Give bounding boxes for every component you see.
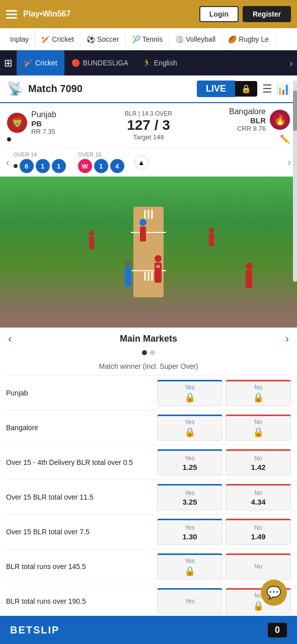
over14-balls: 6 1 1 [14, 159, 66, 173]
category-tabs: ⊞ 🏏 Cricket 🔴 BUNDESLIGA 🏃 English › [0, 50, 297, 75]
ball-1c: 1 [94, 159, 108, 173]
cricket-cat-icon: 🏏 [24, 59, 32, 67]
no-button[interactable]: No1.42 [226, 449, 291, 475]
dot-1 [142, 350, 147, 355]
yes-button[interactable]: Yes1.25 [157, 449, 222, 475]
away-team-abbr: BLR [229, 116, 266, 125]
market-name: Bangalore [6, 424, 157, 432]
yes-button[interactable]: Yes1.30 [157, 519, 222, 545]
markets-nav-left[interactable]: ‹ [8, 333, 12, 346]
market-row: BLR total runs over 145.5 Yes🔒 No [6, 549, 291, 584]
dot-indicator [7, 137, 11, 141]
market-name: Over 15 - 4th Delivery BLR total over 0.… [6, 458, 157, 466]
score-target: Target 148 [103, 133, 194, 141]
cat-tab-cricket[interactable]: 🏏 Cricket [17, 50, 64, 75]
soccer-label: Soccer [97, 35, 119, 43]
no-button[interactable]: No1.49 [226, 519, 291, 545]
scrollbar-thumb[interactable] [293, 91, 297, 131]
expand-button[interactable]: ⊞ [0, 50, 17, 75]
cat-tabs-chevron[interactable]: › [289, 57, 297, 69]
login-button[interactable]: Login [199, 6, 239, 22]
overs-nav-right[interactable]: › [285, 156, 293, 168]
cat-tab-bundesliga[interactable]: 🔴 BUNDESLIGA [64, 50, 135, 75]
yes-button[interactable]: Yes [157, 588, 222, 614]
soccer-icon: ⚽ [87, 35, 95, 43]
tab-tennis[interactable]: 🎾 Tennis [126, 28, 169, 50]
tab-rugby[interactable]: 🏉 Rugby Le [222, 28, 275, 50]
chart-icon[interactable]: 📊 [276, 83, 290, 96]
over14-label: OVER 14 [14, 151, 66, 157]
home-team-abbr: PB [31, 119, 56, 128]
home-team-name: Punjab [31, 110, 56, 119]
betslip-bar[interactable]: BETSLIP 0 [0, 616, 297, 644]
dot-2 [150, 350, 155, 355]
no-button[interactable]: No🔒 [226, 415, 291, 441]
overs-strip: ‹ OVER 14 6 1 1 OVER 15 W 1 4 ▲ › [0, 148, 297, 177]
markets-dots [0, 350, 297, 359]
header-left: Play•Win567 [6, 10, 70, 19]
inplay-label: Inplay [10, 35, 29, 43]
collapse-button[interactable]: ▲ [134, 155, 148, 170]
no-button[interactable]: No [226, 553, 291, 580]
logo-text: Play•Win567 [23, 10, 70, 19]
yes-button[interactable]: Yes🔒 [157, 380, 222, 406]
english-cat-icon: 🏃 [142, 59, 151, 67]
header-buttons: Login Register [199, 6, 291, 22]
markets-container: ‹ Main Markets › Match winner (incl. Sup… [0, 328, 297, 644]
cricket-field: 16 [0, 177, 297, 328]
live-badge: LIVE [197, 80, 235, 97]
bundesliga-label: BUNDESLIGA [83, 59, 128, 67]
ball-6: 6 [20, 159, 34, 173]
wickets-top [144, 210, 153, 219]
tab-cricket[interactable]: 🏏 Cricket [35, 28, 81, 50]
score-main: 127 / 3 [103, 117, 194, 133]
markets-header: ‹ Main Markets › [0, 328, 297, 350]
player-batsman2: 16 [155, 255, 162, 283]
tab-soccer[interactable]: ⚽ Soccer [81, 28, 126, 50]
home-team-rr: RR 7.35 [31, 128, 56, 135]
live-badge-group: LIVE 🔒 [197, 80, 257, 97]
match-sport-icon: 📡 [7, 81, 23, 97]
tab-inplay[interactable]: Inplay [4, 28, 35, 50]
player-fielder3 [209, 228, 214, 246]
away-team-crr: CRR 8.76 [229, 125, 266, 132]
yes-button[interactable]: Yes🔒 [157, 553, 222, 580]
cricket-label: Cricket [52, 35, 74, 43]
punjab-logo: 🦁 [7, 113, 27, 133]
match-header: 📡 Match 7090 LIVE 🔒 ☰ 📊 [0, 75, 297, 103]
no-button[interactable]: No4.34 [226, 484, 291, 510]
list-icon[interactable]: ☰ [262, 83, 272, 96]
market-name: Over 15 BLR total over 11.5 [6, 493, 157, 501]
match-action-icons: ☰ 📊 [262, 83, 290, 96]
betslip-count: 0 [268, 623, 287, 637]
market-row: BLR total runs over 190.5 Yes No🔒 [6, 584, 291, 618]
bangalore-logo: 🔥 [270, 110, 290, 130]
away-team-name: Bangalore [229, 107, 266, 116]
pitch [133, 207, 164, 297]
overs-nav-left[interactable]: ‹ [4, 156, 12, 168]
rugby-icon: 🏉 [228, 35, 237, 43]
english-label: English [154, 59, 177, 67]
ball-4: 4 [110, 159, 124, 173]
cricket-sport-icon: 🏏 [41, 35, 50, 43]
rugby-label: Rugby Le [239, 35, 269, 43]
cat-tab-english[interactable]: 🏃 English [135, 50, 184, 75]
volleyball-label: Volleyball [186, 35, 215, 43]
menu-button[interactable] [6, 10, 17, 19]
tab-volleyball[interactable]: 🏐 Volleyball [169, 28, 222, 50]
chat-button[interactable]: 💬 [261, 580, 287, 606]
market-row: Punjab Yes🔒 No🔒 [6, 375, 291, 410]
ball-1b: 1 [52, 159, 66, 173]
market-buttons: Yes🔒 No [157, 553, 291, 580]
market-buttons: Yes3.25 No4.34 [157, 484, 291, 510]
no-button[interactable]: No🔒 [226, 380, 291, 406]
yes-button[interactable]: Yes3.25 [157, 484, 222, 510]
betslip-label: BETSLIP [10, 624, 59, 636]
yes-button[interactable]: Yes🔒 [157, 415, 222, 441]
collapse-arrow-icon: ▲ [138, 158, 145, 167]
ball-w: W [78, 159, 92, 173]
register-button[interactable]: Register [243, 6, 291, 22]
market-name: Over 15 BLR total over 7.5 [6, 528, 157, 536]
scrollbar[interactable] [293, 80, 297, 282]
markets-nav-right[interactable]: › [285, 333, 289, 346]
